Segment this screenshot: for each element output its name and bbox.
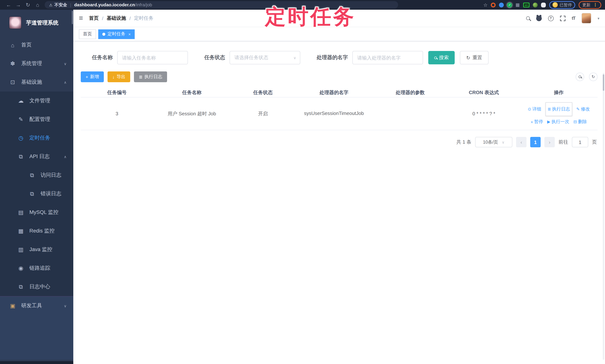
tab-label: 定时任务	[107, 31, 125, 37]
pause-link[interactable]: ×暂停	[531, 119, 543, 125]
gear-icon: ✽	[9, 60, 16, 67]
page-scrollbar-track[interactable]	[603, 73, 604, 360]
handler-name-input[interactable]	[352, 51, 423, 64]
browser-menu-icon[interactable]: ⋮	[593, 2, 598, 7]
export-button[interactable]: ↓ 导出	[107, 71, 130, 82]
chevron-down-icon: ∨	[502, 140, 505, 144]
detail-link[interactable]: ⊙详细	[528, 106, 541, 112]
font-size-icon[interactable]: tT	[572, 16, 575, 21]
edit-icon: ✎	[17, 116, 25, 123]
tab-scheduled-jobs[interactable]: 定时任务 ×	[98, 29, 135, 39]
breadcrumb-home[interactable]: 首页	[89, 15, 99, 22]
timer-icon: ◷	[17, 135, 25, 141]
exec-log-button[interactable]: ≣ 执行日志	[134, 71, 167, 82]
sidebar-item-dev-tools[interactable]: ▣ 研发工具 ∨	[0, 297, 73, 315]
sidebar-item-api-log[interactable]: ⧉ API 日志 ∧	[0, 147, 73, 166]
page-unit-label: 页	[592, 139, 597, 145]
extension-icon-leaf[interactable]	[533, 2, 538, 7]
close-icon[interactable]: ×	[128, 32, 131, 36]
sidebar-item-redis-monitor[interactable]: ▦ Redis 监控	[0, 222, 73, 240]
log-icon: ⧉	[17, 284, 25, 290]
sidebar-item-log-center[interactable]: ⧉ 日志中心	[0, 277, 73, 296]
job-name-input[interactable]	[117, 51, 188, 64]
total-count-label: 共 1 条	[456, 139, 472, 145]
sidebar-item-mysql-monitor[interactable]: ▤ MySQL 监控	[0, 203, 73, 222]
reset-button[interactable]: ↻ 重置	[460, 51, 488, 64]
search-icon	[579, 76, 581, 78]
refresh-icon: ↻	[466, 55, 470, 60]
col-job-name: 任务名称	[153, 89, 231, 96]
sidebar-item-label: 研发工具	[21, 302, 42, 309]
toggle-search-button[interactable]	[576, 73, 584, 81]
hamburger-icon[interactable]: ≡	[79, 14, 83, 22]
goto-page-input[interactable]	[572, 137, 588, 147]
screen-icon: ▥	[17, 246, 25, 253]
browser-home-icon[interactable]: ⌂	[33, 2, 42, 8]
sidebar-scrollbar-thumb[interactable]	[72, 11, 73, 24]
next-page-button[interactable]: ›	[544, 137, 555, 147]
page-size-select[interactable]: 10条/页 ∨	[475, 137, 512, 147]
col-cron: CRON 表达式	[447, 89, 520, 96]
col-handler-param: 处理器的参数	[373, 89, 448, 96]
prev-page-button[interactable]: ‹	[516, 137, 526, 147]
job-status-select[interactable]: 请选择任务状态 ∨	[230, 51, 300, 64]
help-icon[interactable]: ?	[548, 15, 553, 21]
sidebar-item-trace[interactable]: ◉ 链路追踪	[0, 259, 73, 277]
extension-on-badge[interactable]: on	[523, 2, 529, 7]
sidebar-item-scheduled-jobs[interactable]: ◷ 定时任务	[0, 129, 73, 147]
add-button[interactable]: + 新增	[81, 71, 104, 82]
sidebar-item-java-monitor[interactable]: ▥ Java 监控	[0, 240, 73, 259]
row-exec-log-link[interactable]: ≣执行日志	[548, 106, 570, 112]
breadcrumb-infrastructure[interactable]: 基础设施	[107, 15, 126, 22]
tab-home[interactable]: 首页	[79, 29, 96, 39]
browser-back-icon[interactable]: ←	[4, 2, 13, 8]
sidebar-item-access-log[interactable]: ⧉ 访问日志	[0, 166, 73, 184]
avatar-caret-icon[interactable]: ▾	[598, 16, 599, 20]
devtools-section: ▣ 研发工具 ∨	[0, 296, 73, 360]
paused-label: 已暂停	[560, 2, 572, 8]
search-icon[interactable]	[526, 16, 530, 20]
sidebar-item-label: Java 监控	[29, 246, 52, 253]
sidebar-item-error-log[interactable]: ⧉ 错误日志	[0, 184, 73, 203]
security-label[interactable]: 不安全	[54, 2, 67, 8]
browser-forward-icon[interactable]: →	[13, 2, 23, 8]
search-button[interactable]: 搜索	[428, 51, 455, 64]
app-logo-row[interactable]: 芋道管理系统	[0, 10, 73, 36]
log-icon: ≣	[139, 74, 143, 79]
page-scrollbar-thumb[interactable]	[603, 74, 604, 91]
page-1-button[interactable]: 1	[530, 137, 541, 147]
update-chip[interactable]: 更新 ⋮	[579, 1, 601, 9]
run-once-link[interactable]: ▶执行一次	[547, 119, 569, 125]
sidebar-item-label: 链路追踪	[29, 265, 50, 272]
extension-icon-check[interactable]: ✓	[507, 2, 512, 7]
paused-extension-chip[interactable]: 已暂停	[549, 1, 575, 9]
user-avatar[interactable]	[581, 13, 591, 24]
edit-link[interactable]: ✎修改	[576, 106, 590, 112]
extension-icon-grid[interactable]: ▦	[515, 2, 520, 7]
github-icon[interactable]	[536, 15, 541, 21]
sidebar-item-label: 日志中心	[29, 284, 50, 290]
fullscreen-icon[interactable]	[560, 15, 565, 21]
browser-extensions-area: ☆ ✓ ▦ on 已暂停 更新 ⋮	[483, 1, 601, 9]
sidebar-item-label: 定时任务	[29, 135, 50, 141]
sidebar-item-home[interactable]: ⌂ 首页	[0, 36, 73, 54]
extension-icon-ring[interactable]	[491, 2, 496, 7]
add-button-label: 新增	[90, 74, 99, 80]
refresh-table-button[interactable]: ↻	[589, 73, 598, 81]
job-name-cell: 用户 Session 超时 Job	[153, 110, 231, 117]
handler-name-cell: sysUserSessionTimeoutJob	[295, 110, 373, 118]
handler-name-label: 处理器的名字	[317, 54, 348, 61]
bookmark-star-icon[interactable]: ☆	[483, 2, 488, 8]
jobs-table: 任务编号 任务名称 任务状态 处理器的名字 处理器的参数 CRON 表达式 操作…	[81, 88, 598, 130]
delete-link[interactable]: ⊟删除	[573, 119, 587, 125]
sidebar-item-config-manage[interactable]: ✎ 配置管理	[0, 110, 73, 129]
sidebar-item-file-manage[interactable]: ☁ 文件管理	[0, 91, 73, 110]
col-actions: 操作	[520, 89, 598, 96]
sidebar-item-infrastructure[interactable]: ⊡ 基础设施 ∧	[0, 73, 73, 91]
sidebar-item-system-manage[interactable]: ✽ 系统管理 ∨	[0, 54, 73, 73]
table-header-row: 任务编号 任务名称 任务状态 处理器的名字 处理器的参数 CRON 表达式 操作	[81, 88, 598, 97]
browser-reload-icon[interactable]: ↻	[23, 2, 33, 8]
breadcrumb: 首页 / 基础设施 / 定时任务	[89, 15, 154, 22]
extensions-puzzle-icon[interactable]	[541, 2, 546, 7]
extension-icon-blue[interactable]	[499, 2, 504, 7]
